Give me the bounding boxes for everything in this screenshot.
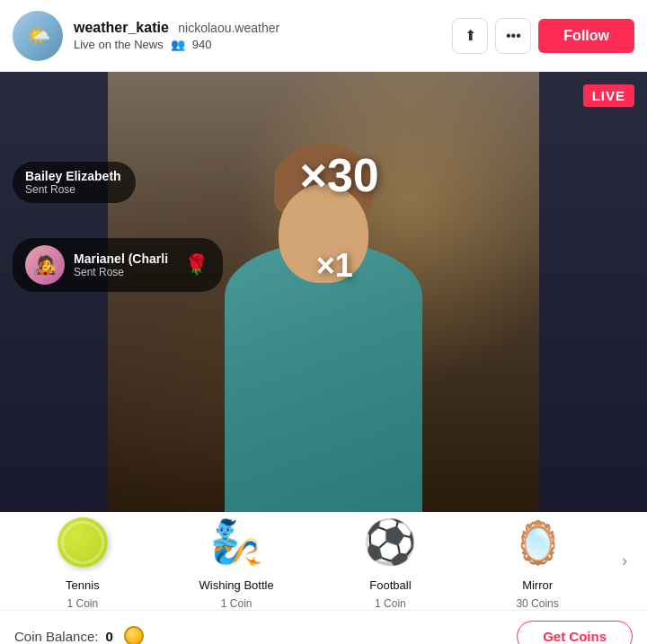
mirror-graphic: 🪞 <box>512 518 563 567</box>
video-background <box>0 72 647 512</box>
gift-item-tennis[interactable]: Tennis 1 Coin <box>45 512 120 610</box>
coin-count: 0 <box>105 629 112 644</box>
multiplier-small: ×1 <box>316 247 353 285</box>
notif-2-avatar: 🧑‍🎤 <box>25 245 65 285</box>
follow-button[interactable]: Follow <box>538 19 634 53</box>
wishing-bottle-graphic: 🧞 <box>209 517 263 568</box>
gift-item-wishing-bottle[interactable]: 🧞 Wishing Bottle 1 Coin <box>192 512 281 610</box>
notif-2-action: Sent Rose <box>74 266 168 278</box>
notif-2-text: Marianel (Charli Sent Rose <box>74 251 168 278</box>
tennis-ball-graphic <box>58 517 108 568</box>
avatar-image: 🌤️ <box>13 11 63 61</box>
share-button[interactable]: ⬆ <box>452 18 488 54</box>
live-label: Live on the News <box>74 38 164 51</box>
live-badge: LIVE <box>583 84 634 107</box>
gift-name-tennis: Tennis <box>66 578 100 592</box>
notif-1-action: Sent Rose <box>25 183 121 196</box>
more-button[interactable]: ••• <box>495 18 531 54</box>
coin-bar: Coin Balance: 0 Get Coins <box>0 611 647 644</box>
more-icon: ••• <box>506 28 521 44</box>
header-username-row: weather_katie nickolaou.weather <box>74 20 452 36</box>
gift-item-mirror[interactable]: 🪞 Mirror 30 Coins <box>500 512 575 610</box>
username: weather_katie <box>74 20 169 35</box>
gift-name-mirror: Mirror <box>522 578 553 592</box>
header: 🌤️ weather_katie nickolaou.weather Live … <box>0 0 647 72</box>
handle: nickolaou.weather <box>178 21 279 35</box>
header-info: weather_katie nickolaou.weather Live on … <box>74 20 452 51</box>
football-icon: ⚽ <box>359 512 421 573</box>
rose-icon: 🌹 <box>184 253 208 277</box>
mirror-icon: 🪞 <box>507 512 568 573</box>
gift-cost-wishing-bottle: 1 Coin <box>221 597 253 610</box>
notification-2: 🧑‍🎤 Marianel (Charli Sent Rose 🌹 <box>13 238 223 292</box>
tennis-icon <box>52 512 113 573</box>
wishing-bottle-icon: 🧞 <box>206 512 267 573</box>
gift-name-wishing-bottle: Wishing Bottle <box>199 578 274 592</box>
gift-tray: Tennis 1 Coin 🧞 Wishing Bottle 1 Coin ⚽ … <box>0 512 647 611</box>
multiplier-big: ×30 <box>300 148 379 202</box>
coin-icon <box>124 626 144 644</box>
header-actions: ⬆ ••• Follow <box>452 18 634 54</box>
gift-cost-mirror: 30 Coins <box>516 597 558 610</box>
football-graphic: ⚽ <box>363 517 417 568</box>
gift-items-wrapper: Tennis 1 Coin 🧞 Wishing Bottle 1 Coin ⚽ … <box>9 512 611 610</box>
viewers-icon: 👥 <box>171 38 185 51</box>
chevron-right-icon: › <box>622 551 627 570</box>
get-coins-button[interactable]: Get Coins <box>517 621 633 645</box>
video-container: LIVE Bailey Elizabeth Sent Rose 🧑‍🎤 Mari… <box>0 72 647 512</box>
notif-1-name: Bailey Elizabeth <box>25 169 121 183</box>
gift-cost-football: 1 Coin <box>375 597 406 610</box>
avatar: 🌤️ <box>13 11 63 61</box>
viewer-count: 940 <box>192 38 212 51</box>
share-icon: ⬆ <box>465 27 476 44</box>
header-subline: Live on the News 👥 940 <box>74 38 452 51</box>
gift-cost-tennis: 1 Coin <box>67 597 99 610</box>
notif-2-name: Marianel (Charli <box>74 251 168 266</box>
gift-name-football: Football <box>369 578 411 592</box>
notification-1: Bailey Elizabeth Sent Rose <box>13 162 136 203</box>
tray-next-arrow[interactable]: › <box>611 548 638 575</box>
video-center <box>108 72 539 512</box>
coin-balance-label: Coin Balance: <box>14 629 98 644</box>
gift-item-football[interactable]: ⚽ Football 1 Coin <box>352 512 428 610</box>
